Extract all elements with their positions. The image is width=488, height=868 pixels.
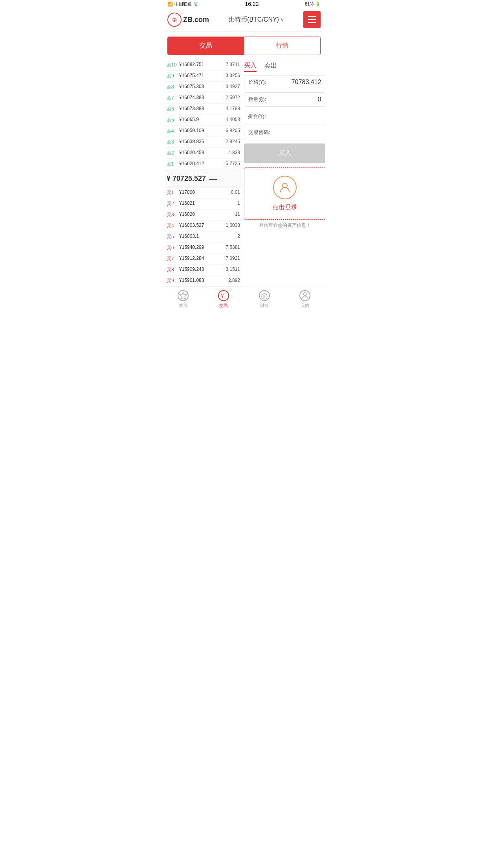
price-input[interactable] bbox=[266, 79, 321, 86]
order-label: 买3 bbox=[167, 211, 178, 218]
total-label: 折合(¥): bbox=[248, 113, 266, 120]
header-title[interactable]: 比特币(BTC/CNY) ∨ bbox=[228, 16, 284, 24]
dropdown-arrow-icon: ∨ bbox=[281, 17, 284, 22]
svg-point-5 bbox=[303, 292, 306, 296]
order-price: ¥15912.284 bbox=[178, 256, 226, 262]
order-label: 卖9 bbox=[167, 73, 178, 79]
svg-text:$: $ bbox=[263, 294, 265, 299]
main-content: 卖10 ¥16082.751 7.3711 卖9 ¥16075.471 3.32… bbox=[163, 60, 325, 287]
order-price: ¥15901.083 bbox=[178, 278, 228, 284]
carrier: 中国联通 bbox=[174, 1, 192, 7]
buy-order-row[interactable]: 买5 ¥16003.1 2 bbox=[165, 232, 242, 243]
buy-order-row[interactable]: 买2 ¥16021 1 bbox=[165, 199, 242, 210]
order-label: 买2 bbox=[167, 200, 178, 207]
svg-text:¥: ¥ bbox=[221, 292, 224, 299]
svg-marker-1 bbox=[180, 292, 187, 299]
nav-icon-财务: $ bbox=[259, 290, 270, 301]
buy-sell-tabs: 买入 卖出 bbox=[244, 60, 325, 75]
battery-pct: 81% bbox=[305, 2, 314, 6]
login-hint: 登录查看您的资产信息！ bbox=[244, 220, 325, 231]
order-qty: 3.1511 bbox=[226, 267, 240, 273]
logo-text: ZB.com bbox=[183, 16, 209, 24]
login-box: 点击登录 bbox=[244, 167, 325, 220]
sell-order-row[interactable]: 卖9 ¥16075.471 3.3256 bbox=[165, 71, 242, 82]
order-price: ¥16020.412 bbox=[178, 161, 226, 167]
logo-icon: ② bbox=[167, 13, 182, 27]
login-button[interactable]: 点击登录 bbox=[272, 203, 297, 211]
status-left: 📶 中国联通 📡 bbox=[167, 1, 199, 7]
order-label: 买7 bbox=[167, 256, 178, 262]
nav-item-财务[interactable]: $ 财务 bbox=[244, 287, 285, 311]
order-qty: 11 bbox=[235, 211, 240, 218]
order-label: 卖6 bbox=[167, 106, 178, 112]
menu-button[interactable] bbox=[303, 11, 321, 28]
order-label: 买6 bbox=[167, 245, 178, 251]
sell-order-row[interactable]: 卖3 ¥16039.836 2.8245 bbox=[165, 137, 242, 148]
sell-tab[interactable]: 卖出 bbox=[264, 61, 277, 72]
nav-icon-首页 bbox=[178, 290, 189, 301]
tab-trade[interactable]: 交易 bbox=[168, 37, 244, 55]
nav-item-我的[interactable]: 我的 bbox=[285, 287, 326, 311]
sell-order-row[interactable]: 卖6 ¥16073.888 4.1798 bbox=[165, 104, 242, 115]
status-right: 81% 🔋 bbox=[305, 2, 321, 7]
order-qty: 7.3711 bbox=[226, 62, 240, 68]
trade-panel: 买入 卖出 价格(¥): 数量(₿): 折合(¥): 交易密码: 买入 bbox=[242, 60, 325, 287]
order-price: ¥16059.109 bbox=[178, 128, 226, 134]
buy-order-row[interactable]: 买3 ¥16020 11 bbox=[165, 210, 242, 221]
buy-order-row[interactable]: 买1 ¥17000 0.01 bbox=[165, 188, 242, 199]
buy-tab[interactable]: 买入 bbox=[244, 61, 257, 72]
order-price: ¥16020 bbox=[178, 211, 235, 218]
buy-order-row[interactable]: 买6 ¥15940.299 7.5381 bbox=[165, 243, 242, 254]
price-field: 价格(¥): bbox=[244, 75, 325, 89]
order-price: ¥16075.471 bbox=[178, 73, 226, 79]
order-price: ¥16074.383 bbox=[178, 95, 226, 101]
sell-order-row[interactable]: 卖1 ¥16020.412 5.7725 bbox=[165, 159, 242, 170]
header: ② ZB.com 比特币(BTC/CNY) ∨ bbox=[163, 8, 325, 32]
total-field: 折合(¥): bbox=[244, 110, 325, 123]
order-qty: 2.5972 bbox=[226, 95, 240, 101]
order-price: ¥16075.303 bbox=[178, 84, 226, 90]
sell-order-row[interactable]: 卖8 ¥16075.303 3.4927 bbox=[165, 82, 242, 93]
order-qty: 0.01 bbox=[231, 189, 240, 196]
status-time: 16:22 bbox=[245, 1, 259, 7]
sell-orders: 卖10 ¥16082.751 7.3711 卖9 ¥16075.471 3.32… bbox=[165, 60, 242, 170]
order-qty: 5.7725 bbox=[226, 161, 240, 167]
order-label: 卖2 bbox=[167, 150, 178, 156]
order-label: 买5 bbox=[167, 234, 178, 240]
sell-order-row[interactable]: 卖5 ¥16065.9 4.4053 bbox=[165, 115, 242, 126]
order-price: ¥16021 bbox=[178, 200, 237, 207]
buy-order-row[interactable]: 买4 ¥16003.527 1.6033 bbox=[165, 221, 242, 232]
buy-order-row[interactable]: 买7 ¥15912.284 7.6921 bbox=[165, 254, 242, 265]
order-qty: 2 bbox=[237, 234, 240, 240]
signal-icon: 📶 bbox=[167, 2, 173, 7]
sell-order-row[interactable]: 卖10 ¥16082.751 7.3711 bbox=[165, 60, 242, 71]
qty-label: 数量(₿): bbox=[248, 96, 266, 103]
sell-order-row[interactable]: 卖4 ¥16059.109 6.8205 bbox=[165, 126, 242, 137]
order-qty: 4.1798 bbox=[226, 106, 240, 112]
mid-price-symbol: — bbox=[209, 174, 217, 183]
order-price: ¥16082.751 bbox=[178, 62, 226, 68]
order-price: ¥16003.527 bbox=[178, 223, 226, 229]
order-book: 卖10 ¥16082.751 7.3711 卖9 ¥16075.471 3.32… bbox=[165, 60, 242, 287]
order-price: ¥16065.9 bbox=[178, 117, 226, 123]
order-label: 买9 bbox=[167, 278, 178, 284]
order-label: 卖4 bbox=[167, 128, 178, 134]
sell-order-row[interactable]: 卖2 ¥16020.458 4.838 bbox=[165, 148, 242, 159]
sell-order-row[interactable]: 卖7 ¥16074.383 2.5972 bbox=[165, 93, 242, 104]
tab-market[interactable]: 行情 bbox=[244, 37, 320, 55]
nav-item-交易[interactable]: ¥ 交易 bbox=[204, 287, 244, 311]
qty-input[interactable] bbox=[266, 96, 321, 103]
nav-item-首页[interactable]: 首页 bbox=[163, 287, 204, 311]
buy-order-row[interactable]: 买8 ¥15909.248 3.1511 bbox=[165, 265, 242, 276]
buy-button[interactable]: 买入 bbox=[244, 143, 325, 163]
order-qty: 1.6033 bbox=[226, 223, 240, 229]
price-label: 价格(¥): bbox=[248, 79, 266, 86]
order-label: 买8 bbox=[167, 267, 178, 273]
order-price: ¥15909.248 bbox=[178, 267, 226, 273]
buy-order-row[interactable]: 买9 ¥15901.083 2.892 bbox=[165, 276, 242, 287]
bottom-nav: 首页 ¥ 交易 $ 财务 我的 bbox=[163, 287, 325, 311]
order-label: 买1 bbox=[167, 189, 178, 196]
order-price: ¥16020.458 bbox=[178, 150, 228, 156]
order-label: 卖1 bbox=[167, 161, 178, 167]
nav-label-首页: 首页 bbox=[179, 303, 187, 309]
